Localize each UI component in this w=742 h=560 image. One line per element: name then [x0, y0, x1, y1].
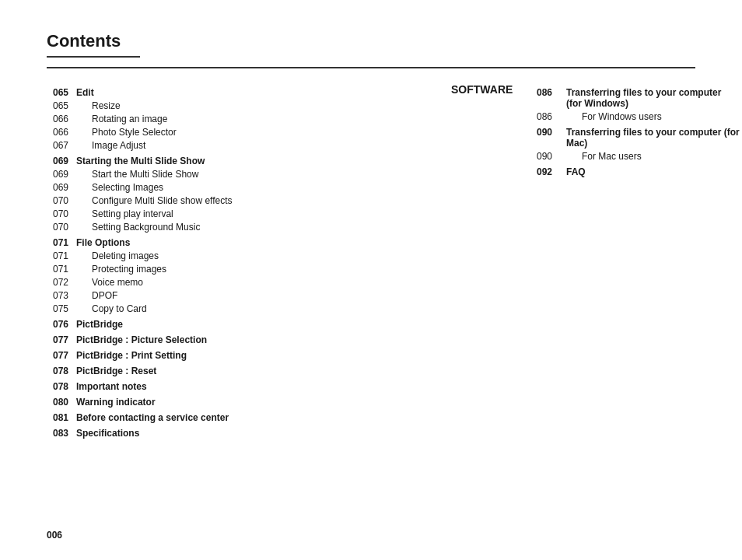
toc-page-num: 066	[47, 127, 76, 138]
toc-entry: 078PictBridge : Reset	[47, 366, 451, 376]
toc-entry: 069Start the Multi Slide Show	[47, 169, 451, 180]
toc-entry: 070Setting Background Music	[47, 222, 451, 233]
toc-entry: 066Rotating an image	[47, 114, 451, 124]
toc-entry: 065Edit	[47, 87, 451, 98]
toc-entry: 078Important notes	[47, 381, 451, 392]
toc-page-num: 071	[47, 264, 76, 275]
toc-entry: 081Before contacting a service center	[47, 412, 451, 423]
toc-page-num: 069	[47, 182, 76, 193]
toc-page-num: 075	[47, 303, 76, 314]
toc-page-num: 076	[47, 319, 76, 330]
right-entry-title: Transferring files to your computer (for…	[566, 127, 742, 149]
toc-entry-title: Start the Multi Slide Show	[76, 169, 198, 180]
toc-page-num: 077	[47, 334, 76, 345]
toc-entry-title: Setting play interval	[76, 208, 173, 219]
toc-page-num: 067	[47, 140, 76, 151]
toc-entry: 073DPOF	[47, 290, 451, 301]
toc-entry-title: Specifications	[76, 428, 139, 439]
right-toc-sub-entry: 086For Windows users	[537, 111, 742, 122]
toc-page-num: 070	[47, 222, 76, 233]
toc-entry-title: Configure Multi Slide show effects	[76, 195, 233, 206]
toc-entry-title: Protecting images	[76, 264, 166, 275]
right-entry-title: FAQ	[566, 166, 586, 177]
toc-entry-title: PictBridge : Print Setting	[76, 350, 187, 361]
toc-entry-title: PictBridge : Reset	[76, 366, 156, 376]
software-label: SOFTWARE	[451, 83, 537, 96]
toc-entry-title: File Options	[76, 237, 130, 248]
toc-page-num: 078	[47, 381, 76, 392]
right-toc-entry: 090Transferring files to your computer (…	[537, 127, 742, 149]
toc-entry: 075Copy to Card	[47, 303, 451, 314]
right-entries: 086Transferring files to your computer(f…	[537, 82, 742, 180]
page-title: Contents	[47, 31, 140, 58]
right-sub-entry-title: For Windows users	[566, 111, 662, 122]
toc-page-num: 070	[47, 208, 76, 219]
toc-entry-title: Photo Style Selector	[76, 127, 177, 138]
toc-entry-title: Setting Background Music	[76, 222, 200, 233]
toc-entry-title: Deleting images	[76, 250, 159, 261]
toc-entry-title: DPOF	[76, 290, 117, 301]
toc-entry-title: Edit	[76, 87, 94, 98]
toc-entry: 070Setting play interval	[47, 208, 451, 219]
toc-page-num: 066	[47, 114, 76, 124]
right-entry-title: Transferring files to your computer(for …	[566, 87, 721, 109]
software-section: SOFTWARE086Transferring files to your co…	[451, 82, 742, 180]
toc-entry-title: Starting the Multi Slide Show	[76, 156, 205, 166]
toc-entry-title: Voice memo	[76, 277, 143, 288]
left-column: 065Edit065Resize066Rotating an image066P…	[47, 82, 451, 441]
toc-page-num: 078	[47, 366, 76, 376]
toc-entry: 076PictBridge	[47, 319, 451, 330]
content-area: 065Edit065Resize066Rotating an image066P…	[47, 82, 695, 441]
toc-entry: 067Image Adjust	[47, 140, 451, 151]
toc-entry-title: Warning indicator	[76, 397, 156, 408]
toc-page-num: 072	[47, 277, 76, 288]
toc-entry: 070Configure Multi Slide show effects	[47, 195, 451, 206]
toc-entry: 069Starting the Multi Slide Show	[47, 156, 451, 166]
right-page-num: 090	[537, 127, 566, 138]
toc-entry-title: Copy to Card	[76, 303, 147, 314]
toc-page-num: 073	[47, 290, 76, 301]
toc-page-num: 065	[47, 100, 76, 111]
page-container: Contents 065Edit065Resize066Rotating an …	[0, 0, 742, 560]
toc-page-num: 069	[47, 169, 76, 180]
toc-entry: 080Warning indicator	[47, 397, 451, 408]
toc-page-num: 081	[47, 412, 76, 423]
toc-entry: 071Protecting images	[47, 264, 451, 275]
toc-entry: 071File Options	[47, 237, 451, 248]
right-toc-entry: 092FAQ	[537, 166, 742, 177]
right-toc-entry: 086Transferring files to your computer(f…	[537, 87, 742, 109]
right-sub-entry-title: For Mac users	[566, 151, 642, 162]
right-sub-page-num: 086	[537, 111, 566, 122]
toc-entry: 077PictBridge : Picture Selection	[47, 334, 451, 345]
page-footer: 006	[47, 530, 62, 541]
toc-entry-title: Rotating an image	[76, 114, 167, 124]
toc-page-num: 080	[47, 397, 76, 408]
toc-entry-title: Important notes	[76, 381, 147, 392]
toc-page-num: 065	[47, 87, 76, 98]
toc-entry-title: Image Adjust	[76, 140, 145, 151]
toc-entry: 066Photo Style Selector	[47, 127, 451, 138]
right-page-num: 092	[537, 166, 566, 177]
toc-page-num: 083	[47, 428, 76, 439]
right-toc-sub-entry: 090For Mac users	[537, 151, 742, 162]
toc-entry-title: PictBridge : Picture Selection	[76, 334, 207, 345]
right-column: SOFTWARE086Transferring files to your co…	[451, 82, 742, 441]
toc-entry: 065Resize	[47, 100, 451, 111]
toc-entry: 077PictBridge : Print Setting	[47, 350, 451, 361]
toc-page-num: 071	[47, 237, 76, 248]
right-sub-page-num: 090	[537, 151, 566, 162]
toc-entry: 072Voice memo	[47, 277, 451, 288]
toc-entry: 069Selecting Images	[47, 182, 451, 193]
toc-entry-title: Before contacting a service center	[76, 412, 229, 423]
toc-entry-title: Selecting Images	[76, 182, 163, 193]
toc-page-num: 069	[47, 156, 76, 166]
toc-page-num: 070	[47, 195, 76, 206]
toc-page-num: 077	[47, 350, 76, 361]
toc-page-num: 071	[47, 250, 76, 261]
toc-entry: 083Specifications	[47, 428, 451, 439]
toc-entry-title: Resize	[76, 100, 121, 111]
toc-entry: 071Deleting images	[47, 250, 451, 261]
toc-entry-title: PictBridge	[76, 319, 123, 330]
right-page-num: 086	[537, 87, 566, 98]
